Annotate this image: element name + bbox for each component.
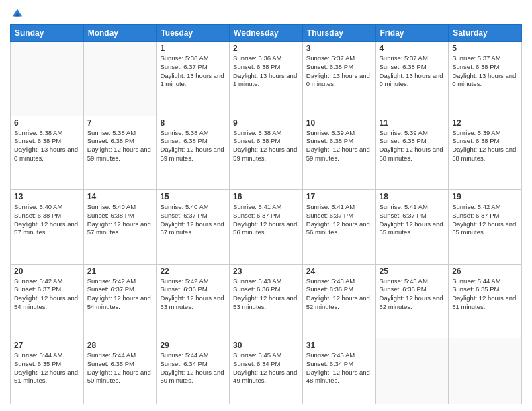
day-number: 26 [452, 267, 518, 276]
day-header-sunday: Sunday [11, 25, 84, 42]
day-number: 22 [160, 267, 226, 276]
day-info: Sunrise: 5:38 AM Sunset: 6:38 PM Dayligh… [233, 129, 299, 163]
day-info: Sunrise: 5:41 AM Sunset: 6:37 PM Dayligh… [380, 203, 445, 237]
day-header-wednesday: Wednesday [230, 25, 303, 42]
day-cell: 8Sunrise: 5:38 AM Sunset: 6:38 PM Daylig… [157, 116, 230, 190]
day-number: 16 [233, 192, 299, 201]
day-number: 20 [14, 267, 80, 276]
day-cell: 2Sunrise: 5:36 AM Sunset: 6:38 PM Daylig… [230, 42, 303, 116]
day-header-thursday: Thursday [302, 25, 375, 42]
logo [10, 7, 24, 19]
day-cell: 14Sunrise: 5:40 AM Sunset: 6:38 PM Dayli… [83, 190, 157, 265]
day-info: Sunrise: 5:36 AM Sunset: 6:37 PM Dayligh… [160, 54, 226, 89]
day-number: 5 [452, 44, 518, 53]
calendar-table: SundayMondayTuesdayWednesdayThursdayFrid… [10, 24, 522, 404]
week-row-2: 6Sunrise: 5:38 AM Sunset: 6:38 PM Daylig… [11, 116, 522, 190]
day-number: 1 [160, 44, 226, 53]
day-cell: 1Sunrise: 5:36 AM Sunset: 6:37 PM Daylig… [157, 42, 230, 116]
day-cell: 22Sunrise: 5:42 AM Sunset: 6:36 PM Dayli… [157, 264, 230, 338]
day-number: 11 [380, 118, 445, 128]
day-number: 6 [14, 118, 80, 128]
day-info: Sunrise: 5:42 AM Sunset: 6:37 PM Dayligh… [14, 277, 80, 312]
logo-icon [11, 7, 24, 19]
day-number: 3 [306, 44, 372, 53]
day-cell: 5Sunrise: 5:37 AM Sunset: 6:38 PM Daylig… [449, 42, 522, 116]
day-info: Sunrise: 5:40 AM Sunset: 6:37 PM Dayligh… [160, 203, 226, 237]
week-row-4: 20Sunrise: 5:42 AM Sunset: 6:37 PM Dayli… [11, 264, 522, 338]
day-header-friday: Friday [375, 25, 449, 42]
day-cell [11, 42, 84, 116]
day-header-tuesday: Tuesday [157, 25, 230, 42]
day-cell: 30Sunrise: 5:45 AM Sunset: 6:34 PM Dayli… [230, 338, 303, 404]
day-cell: 16Sunrise: 5:41 AM Sunset: 6:37 PM Dayli… [230, 190, 303, 265]
day-cell: 21Sunrise: 5:42 AM Sunset: 6:37 PM Dayli… [83, 264, 157, 338]
day-cell: 11Sunrise: 5:39 AM Sunset: 6:38 PM Dayli… [375, 116, 449, 190]
day-number: 27 [14, 340, 80, 350]
day-info: Sunrise: 5:42 AM Sunset: 6:37 PM Dayligh… [87, 277, 153, 312]
day-info: Sunrise: 5:45 AM Sunset: 6:34 PM Dayligh… [233, 351, 299, 385]
day-info: Sunrise: 5:43 AM Sunset: 6:36 PM Dayligh… [380, 277, 445, 312]
day-cell: 6Sunrise: 5:38 AM Sunset: 6:38 PM Daylig… [11, 116, 84, 190]
day-cell [375, 338, 449, 404]
day-cell: 20Sunrise: 5:42 AM Sunset: 6:37 PM Dayli… [11, 264, 84, 338]
day-cell: 9Sunrise: 5:38 AM Sunset: 6:38 PM Daylig… [230, 116, 303, 190]
day-number: 19 [452, 192, 518, 201]
week-row-5: 27Sunrise: 5:44 AM Sunset: 6:35 PM Dayli… [11, 338, 522, 404]
day-cell: 25Sunrise: 5:43 AM Sunset: 6:36 PM Dayli… [375, 264, 449, 338]
header-row: SundayMondayTuesdayWednesdayThursdayFrid… [11, 25, 522, 42]
day-cell: 7Sunrise: 5:38 AM Sunset: 6:38 PM Daylig… [83, 116, 157, 190]
day-cell: 13Sunrise: 5:40 AM Sunset: 6:38 PM Dayli… [11, 190, 84, 265]
day-info: Sunrise: 5:39 AM Sunset: 6:38 PM Dayligh… [306, 129, 372, 163]
day-cell: 4Sunrise: 5:37 AM Sunset: 6:38 PM Daylig… [375, 42, 449, 116]
day-number: 31 [306, 340, 372, 350]
day-info: Sunrise: 5:44 AM Sunset: 6:35 PM Dayligh… [14, 351, 80, 385]
day-number: 8 [160, 118, 226, 128]
day-cell: 29Sunrise: 5:44 AM Sunset: 6:34 PM Dayli… [157, 338, 230, 404]
day-info: Sunrise: 5:40 AM Sunset: 6:38 PM Dayligh… [87, 203, 153, 237]
day-cell: 19Sunrise: 5:42 AM Sunset: 6:37 PM Dayli… [449, 190, 522, 265]
day-cell: 10Sunrise: 5:39 AM Sunset: 6:38 PM Dayli… [302, 116, 375, 190]
day-number: 30 [233, 340, 299, 350]
day-info: Sunrise: 5:41 AM Sunset: 6:37 PM Dayligh… [306, 203, 372, 237]
day-info: Sunrise: 5:44 AM Sunset: 6:35 PM Dayligh… [452, 277, 518, 312]
day-header-monday: Monday [83, 25, 157, 42]
day-cell: 23Sunrise: 5:43 AM Sunset: 6:36 PM Dayli… [230, 264, 303, 338]
day-number: 24 [306, 267, 372, 276]
day-info: Sunrise: 5:41 AM Sunset: 6:37 PM Dayligh… [233, 203, 299, 237]
day-cell: 27Sunrise: 5:44 AM Sunset: 6:35 PM Dayli… [11, 338, 84, 404]
day-number: 14 [87, 192, 153, 201]
day-number: 29 [160, 340, 226, 350]
day-cell: 15Sunrise: 5:40 AM Sunset: 6:37 PM Dayli… [157, 190, 230, 265]
day-number: 9 [233, 118, 299, 128]
day-number: 10 [306, 118, 372, 128]
day-info: Sunrise: 5:38 AM Sunset: 6:38 PM Dayligh… [87, 129, 153, 163]
day-number: 15 [160, 192, 226, 201]
day-cell: 17Sunrise: 5:41 AM Sunset: 6:37 PM Dayli… [302, 190, 375, 265]
day-info: Sunrise: 5:40 AM Sunset: 6:38 PM Dayligh… [14, 203, 80, 237]
day-number: 17 [306, 192, 372, 201]
day-info: Sunrise: 5:37 AM Sunset: 6:38 PM Dayligh… [380, 54, 445, 89]
week-row-1: 1Sunrise: 5:36 AM Sunset: 6:37 PM Daylig… [11, 42, 522, 116]
day-info: Sunrise: 5:39 AM Sunset: 6:38 PM Dayligh… [452, 129, 518, 163]
day-info: Sunrise: 5:45 AM Sunset: 6:34 PM Dayligh… [306, 351, 372, 385]
day-info: Sunrise: 5:39 AM Sunset: 6:38 PM Dayligh… [380, 129, 445, 163]
header [10, 7, 522, 19]
day-number: 23 [233, 267, 299, 276]
day-info: Sunrise: 5:37 AM Sunset: 6:38 PM Dayligh… [452, 54, 518, 89]
day-header-saturday: Saturday [449, 25, 522, 42]
day-info: Sunrise: 5:43 AM Sunset: 6:36 PM Dayligh… [233, 277, 299, 312]
day-cell: 12Sunrise: 5:39 AM Sunset: 6:38 PM Dayli… [449, 116, 522, 190]
day-cell: 28Sunrise: 5:44 AM Sunset: 6:35 PM Dayli… [83, 338, 157, 404]
page: SundayMondayTuesdayWednesdayThursdayFrid… [0, 0, 532, 411]
day-cell: 26Sunrise: 5:44 AM Sunset: 6:35 PM Dayli… [449, 264, 522, 338]
day-cell [83, 42, 157, 116]
day-number: 4 [380, 44, 445, 53]
day-info: Sunrise: 5:43 AM Sunset: 6:36 PM Dayligh… [306, 277, 372, 312]
day-cell: 18Sunrise: 5:41 AM Sunset: 6:37 PM Dayli… [375, 190, 449, 265]
day-cell: 24Sunrise: 5:43 AM Sunset: 6:36 PM Dayli… [302, 264, 375, 338]
day-info: Sunrise: 5:42 AM Sunset: 6:36 PM Dayligh… [160, 277, 226, 312]
day-info: Sunrise: 5:38 AM Sunset: 6:38 PM Dayligh… [160, 129, 226, 163]
day-number: 25 [380, 267, 445, 276]
day-info: Sunrise: 5:36 AM Sunset: 6:38 PM Dayligh… [233, 54, 299, 89]
day-number: 12 [452, 118, 518, 128]
